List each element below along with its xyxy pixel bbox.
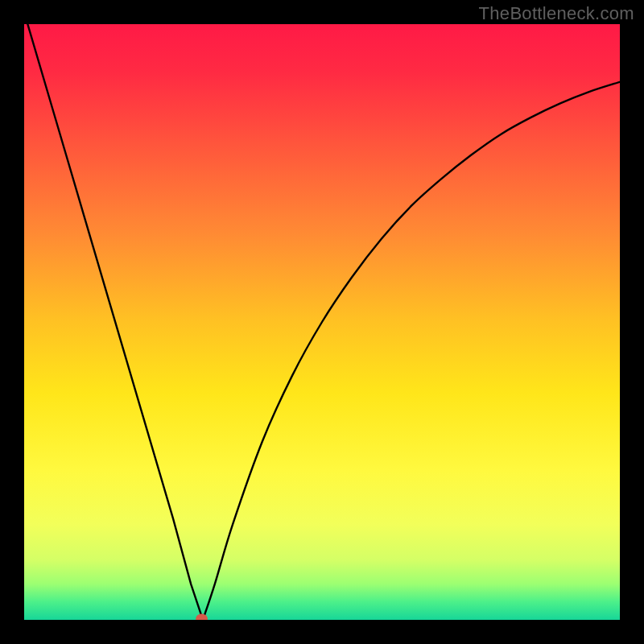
bottleneck-chart: [24, 24, 620, 620]
chart-container: TheBottleneck.com: [0, 0, 644, 644]
plot-area: [24, 24, 620, 620]
watermark-text: TheBottleneck.com: [479, 3, 634, 24]
